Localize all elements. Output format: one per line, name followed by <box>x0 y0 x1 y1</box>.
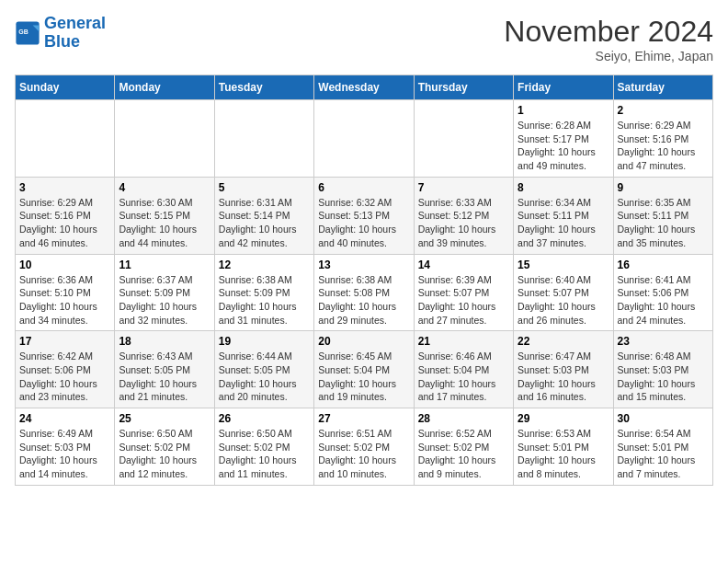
day-number: 27 <box>318 412 409 425</box>
calendar-table: SundayMondayTuesdayWednesdayThursdayFrid… <box>15 75 713 486</box>
calendar-week-3: 10Sunrise: 6:36 AMSunset: 5:10 PMDayligh… <box>16 254 713 331</box>
day-number: 7 <box>418 181 509 194</box>
calendar-cell: 23Sunrise: 6:48 AMSunset: 5:03 PMDayligh… <box>613 331 712 408</box>
calendar-cell: 7Sunrise: 6:33 AMSunset: 5:12 PMDaylight… <box>414 177 513 254</box>
day-info: Sunrise: 6:38 AMSunset: 5:08 PMDaylight:… <box>318 273 409 327</box>
calendar-cell: 20Sunrise: 6:45 AMSunset: 5:04 PMDayligh… <box>314 331 414 408</box>
calendar-cell <box>115 100 214 178</box>
day-info: Sunrise: 6:46 AMSunset: 5:04 PMDaylight:… <box>418 350 509 404</box>
day-number: 15 <box>518 259 609 271</box>
weekday-header-wednesday: Wednesday <box>314 75 414 100</box>
day-info: Sunrise: 6:51 AMSunset: 5:02 PMDaylight:… <box>318 427 409 481</box>
calendar-cell: 9Sunrise: 6:35 AMSunset: 5:11 PMDaylight… <box>613 177 712 254</box>
day-info: Sunrise: 6:32 AMSunset: 5:13 PMDaylight:… <box>318 196 409 250</box>
calendar-cell: 12Sunrise: 6:38 AMSunset: 5:09 PMDayligh… <box>214 254 313 331</box>
calendar-cell: 14Sunrise: 6:39 AMSunset: 5:07 PMDayligh… <box>414 254 513 331</box>
day-number: 18 <box>119 335 210 348</box>
calendar-cell: 21Sunrise: 6:46 AMSunset: 5:04 PMDayligh… <box>414 331 513 408</box>
logo-icon: GB <box>15 20 40 46</box>
weekday-header-tuesday: Tuesday <box>214 75 313 100</box>
day-number: 23 <box>618 335 709 348</box>
calendar-cell: 5Sunrise: 6:31 AMSunset: 5:14 PMDaylight… <box>214 177 313 254</box>
day-number: 10 <box>19 259 110 271</box>
day-info: Sunrise: 6:47 AMSunset: 5:03 PMDaylight:… <box>518 350 609 404</box>
day-number: 22 <box>518 335 609 348</box>
day-number: 5 <box>219 181 310 194</box>
calendar-cell: 22Sunrise: 6:47 AMSunset: 5:03 PMDayligh… <box>514 331 613 408</box>
day-number: 30 <box>618 412 709 425</box>
day-info: Sunrise: 6:50 AMSunset: 5:02 PMDaylight:… <box>219 427 310 481</box>
day-number: 20 <box>318 335 409 348</box>
calendar-cell: 27Sunrise: 6:51 AMSunset: 5:02 PMDayligh… <box>314 408 414 486</box>
day-info: Sunrise: 6:30 AMSunset: 5:15 PMDaylight:… <box>119 196 210 250</box>
calendar-cell: 29Sunrise: 6:53 AMSunset: 5:01 PMDayligh… <box>514 408 613 486</box>
day-info: Sunrise: 6:33 AMSunset: 5:12 PMDaylight:… <box>418 196 509 250</box>
day-info: Sunrise: 6:34 AMSunset: 5:11 PMDaylight:… <box>518 196 609 250</box>
day-number: 2 <box>618 104 709 117</box>
day-info: Sunrise: 6:29 AMSunset: 5:16 PMDaylight:… <box>618 119 709 173</box>
day-number: 4 <box>119 181 210 194</box>
day-number: 29 <box>518 412 609 425</box>
day-info: Sunrise: 6:42 AMSunset: 5:06 PMDaylight:… <box>19 350 110 404</box>
calendar-week-4: 17Sunrise: 6:42 AMSunset: 5:06 PMDayligh… <box>16 331 713 408</box>
day-number: 28 <box>418 412 509 425</box>
calendar-cell: 26Sunrise: 6:50 AMSunset: 5:02 PMDayligh… <box>214 408 313 486</box>
day-number: 14 <box>418 259 509 271</box>
calendar-cell: 24Sunrise: 6:49 AMSunset: 5:03 PMDayligh… <box>16 408 115 486</box>
day-number: 13 <box>318 259 409 271</box>
calendar-cell: 13Sunrise: 6:38 AMSunset: 5:08 PMDayligh… <box>314 254 414 331</box>
weekday-header-saturday: Saturday <box>613 75 712 100</box>
day-number: 1 <box>518 104 609 117</box>
day-info: Sunrise: 6:35 AMSunset: 5:11 PMDaylight:… <box>618 196 709 250</box>
calendar-cell: 10Sunrise: 6:36 AMSunset: 5:10 PMDayligh… <box>16 254 115 331</box>
page-header: GB General Blue November 2024 Seiyo, Ehi… <box>15 15 713 63</box>
location-subtitle: Seiyo, Ehime, Japan <box>504 49 713 63</box>
calendar-week-2: 3Sunrise: 6:29 AMSunset: 5:16 PMDaylight… <box>16 177 713 254</box>
day-number: 25 <box>119 412 210 425</box>
weekday-header-thursday: Thursday <box>414 75 513 100</box>
calendar-cell: 11Sunrise: 6:37 AMSunset: 5:09 PMDayligh… <box>115 254 214 331</box>
weekday-header-sunday: Sunday <box>16 75 115 100</box>
day-number: 9 <box>618 181 709 194</box>
day-info: Sunrise: 6:38 AMSunset: 5:09 PMDaylight:… <box>219 273 310 327</box>
title-block: November 2024 Seiyo, Ehime, Japan <box>504 15 713 63</box>
svg-text:GB: GB <box>18 29 28 35</box>
day-info: Sunrise: 6:41 AMSunset: 5:06 PMDaylight:… <box>618 273 709 327</box>
logo-line2: Blue <box>44 32 80 51</box>
day-number: 6 <box>318 181 409 194</box>
calendar-cell <box>314 100 414 178</box>
day-number: 21 <box>418 335 509 348</box>
day-number: 16 <box>618 259 709 271</box>
day-info: Sunrise: 6:28 AMSunset: 5:17 PMDaylight:… <box>518 119 609 173</box>
calendar-cell <box>214 100 313 178</box>
day-info: Sunrise: 6:53 AMSunset: 5:01 PMDaylight:… <box>518 427 609 481</box>
calendar-cell: 1Sunrise: 6:28 AMSunset: 5:17 PMDaylight… <box>514 100 613 178</box>
calendar-cell: 16Sunrise: 6:41 AMSunset: 5:06 PMDayligh… <box>613 254 712 331</box>
month-title: November 2024 <box>504 15 713 49</box>
logo-line1: General <box>44 14 106 32</box>
day-info: Sunrise: 6:52 AMSunset: 5:02 PMDaylight:… <box>418 427 509 481</box>
calendar-cell: 4Sunrise: 6:30 AMSunset: 5:15 PMDaylight… <box>115 177 214 254</box>
calendar-week-1: 1Sunrise: 6:28 AMSunset: 5:17 PMDaylight… <box>16 100 713 178</box>
logo-text: General Blue <box>44 15 106 52</box>
day-number: 17 <box>19 335 110 348</box>
day-number: 11 <box>119 259 210 271</box>
day-info: Sunrise: 6:45 AMSunset: 5:04 PMDaylight:… <box>318 350 409 404</box>
calendar-cell: 17Sunrise: 6:42 AMSunset: 5:06 PMDayligh… <box>16 331 115 408</box>
calendar-cell: 30Sunrise: 6:54 AMSunset: 5:01 PMDayligh… <box>613 408 712 486</box>
calendar-cell: 18Sunrise: 6:43 AMSunset: 5:05 PMDayligh… <box>115 331 214 408</box>
calendar-week-5: 24Sunrise: 6:49 AMSunset: 5:03 PMDayligh… <box>16 408 713 486</box>
day-number: 19 <box>219 335 310 348</box>
calendar-cell <box>414 100 513 178</box>
day-info: Sunrise: 6:49 AMSunset: 5:03 PMDaylight:… <box>19 427 110 481</box>
calendar-cell: 3Sunrise: 6:29 AMSunset: 5:16 PMDaylight… <box>16 177 115 254</box>
day-info: Sunrise: 6:39 AMSunset: 5:07 PMDaylight:… <box>418 273 509 327</box>
calendar-cell: 25Sunrise: 6:50 AMSunset: 5:02 PMDayligh… <box>115 408 214 486</box>
calendar-cell <box>16 100 115 178</box>
day-info: Sunrise: 6:50 AMSunset: 5:02 PMDaylight:… <box>119 427 210 481</box>
day-info: Sunrise: 6:48 AMSunset: 5:03 PMDaylight:… <box>618 350 709 404</box>
calendar-cell: 28Sunrise: 6:52 AMSunset: 5:02 PMDayligh… <box>414 408 513 486</box>
day-info: Sunrise: 6:31 AMSunset: 5:14 PMDaylight:… <box>219 196 310 250</box>
calendar-cell: 15Sunrise: 6:40 AMSunset: 5:07 PMDayligh… <box>514 254 613 331</box>
day-info: Sunrise: 6:36 AMSunset: 5:10 PMDaylight:… <box>19 273 110 327</box>
